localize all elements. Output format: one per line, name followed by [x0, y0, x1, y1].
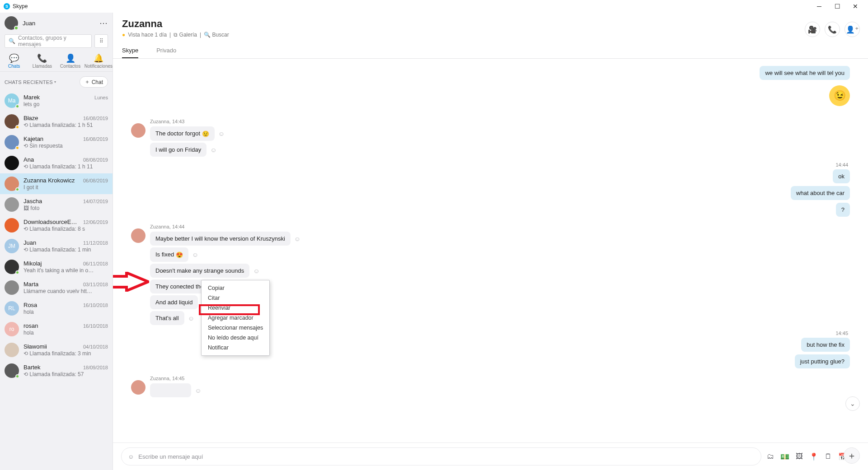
message-in[interactable]: Doesn't make any strange sounds [150, 264, 249, 278]
avatar [5, 114, 19, 129]
chevron-down-icon: ▾ [54, 80, 56, 84]
chat-item[interactable]: Sławomii04/10/2018⟲ Llamada finalizada: … [0, 340, 113, 360]
location-icon[interactable]: 📍 [809, 452, 818, 461]
message-in[interactable]: Is fixed 😍 [150, 247, 188, 262]
phone-icon: 📞 [828, 25, 837, 34]
contact-card-icon[interactable]: 🗂 [767, 452, 774, 461]
message-input[interactable]: ☺ Escribe un mensaje aquí [121, 447, 761, 465]
avatar [5, 177, 19, 191]
react-icon[interactable]: ☺ [253, 267, 259, 275]
message-out[interactable]: what about the car [791, 186, 850, 200]
chat-item-preview: Yeah it's taking a while in o… [23, 267, 108, 274]
chat-item-name: rosan [23, 322, 38, 329]
message-in[interactable]: I will go on Friday [150, 143, 206, 157]
message-in[interactable]: Maybe better I will know the version of … [150, 232, 291, 246]
sender-avatar[interactable] [131, 380, 145, 395]
message-out[interactable]: we will see what he will tel you [760, 66, 850, 80]
tab-notifications[interactable]: 🔔Notificaciones [84, 51, 113, 71]
message-out[interactable]: ? [836, 203, 850, 217]
tab-contacts[interactable]: 👤Contactos [56, 51, 84, 71]
react-icon[interactable]: ☺ [210, 146, 216, 154]
context-menu-item[interactable]: Seleccionar mensajes [202, 323, 269, 333]
sender-avatar[interactable] [131, 228, 145, 243]
avatar: JM [5, 239, 19, 253]
video-icon: 🎥 [808, 25, 817, 34]
chat-item[interactable]: RLRosa16/10/2018hola [0, 298, 113, 319]
context-menu-item[interactable]: Reenviar [202, 303, 269, 313]
messages-area[interactable]: we will see what he will tel you 😉 Zuzan… [113, 59, 868, 442]
chat-item[interactable]: DownloadsourceES España12/06/2019⟲ Llama… [0, 215, 113, 236]
chat-item[interactable]: Kajetan16/08/2019⟲ Sin respuesta [0, 132, 113, 153]
search-input[interactable]: 🔍 Contactos, grupos y mensajes [5, 34, 92, 48]
sender-avatar[interactable] [131, 123, 145, 138]
context-menu-item[interactable]: Notificar [202, 343, 269, 353]
money-icon[interactable]: 💵 [780, 452, 789, 461]
chat-item-preview: ⟲ Sin respuesta [23, 143, 108, 149]
context-menu-item[interactable]: Copiar [202, 283, 269, 293]
chat-list[interactable]: MaMarekLuneslets goBłaze16/08/2019⟲ Llam… [0, 90, 113, 470]
chat-item[interactable]: rorosan16/10/2018hola [0, 319, 113, 340]
tab-skype[interactable]: Skype [122, 43, 138, 58]
video-call-button[interactable]: 🎥 [805, 22, 820, 37]
react-icon[interactable]: ☺ [188, 315, 194, 322]
sidebar: Juan ⋯ 🔍 Contactos, grupos y mensajes ⠿ … [0, 13, 113, 470]
message-out[interactable]: just putting glue? [795, 354, 850, 368]
add-people-button[interactable]: 👤⁺ [845, 22, 860, 37]
heart-eyes-emoji: 😍 [176, 251, 183, 258]
file-icon[interactable]: 🗒 [825, 452, 832, 461]
avatar [5, 218, 19, 233]
dialpad-button[interactable]: ⠿ [94, 34, 108, 48]
chat-item[interactable]: Bartek18/09/2018⟲ Llamada finalizada: 57 [0, 360, 113, 381]
add-button[interactable]: ＋ [844, 447, 860, 464]
search-in-conversation-link[interactable]: 🔍 Buscar [204, 32, 229, 38]
tab-private[interactable]: Privado [156, 43, 176, 58]
chat-item-preview: ⟲ Llamada finalizada: 57 [23, 371, 108, 377]
message-out[interactable]: ok [833, 169, 850, 183]
chat-item-preview: ⟲ Llamada finalizada: 1 h 51 [23, 122, 108, 128]
audio-call-button[interactable]: 📞 [825, 22, 840, 37]
message-in[interactable]: And add liquid [150, 295, 198, 309]
react-icon[interactable]: ☺ [218, 130, 225, 137]
message-out[interactable]: but how the fix [801, 338, 850, 352]
current-user-avatar[interactable] [5, 16, 18, 30]
chat-item-preview: hola [23, 309, 108, 315]
composer-placeholder: Escribe un mensaje aquí [138, 453, 203, 460]
context-menu-item[interactable]: No leído desde aquí [202, 333, 269, 343]
tab-calls[interactable]: 📞Llamadas [28, 51, 56, 71]
composer: ☺ Escribe un mensaje aquí 🗂 💵 🖼 📍 🗒 📅 ◔ … [113, 442, 868, 470]
react-icon[interactable]: ☺ [192, 251, 198, 258]
maximize-button[interactable]: ☐ [828, 0, 846, 13]
chat-item[interactable]: Jascha14/07/2019🖼 foto [0, 194, 113, 215]
react-icon[interactable]: ☺ [294, 235, 300, 242]
tab-chats[interactable]: 💬Chats [0, 51, 28, 71]
chat-item[interactable]: JMJuan11/12/2018⟲ Llamada finalizada: 1 … [0, 236, 113, 256]
chat-item-name: Ana [23, 156, 34, 163]
react-icon[interactable]: ☺ [195, 387, 201, 394]
scroll-to-bottom-button[interactable]: ⌄ [845, 396, 860, 411]
chat-item[interactable]: Marta03/11/2018Llámame cuando vuelv htt… [0, 277, 113, 298]
avatar [5, 280, 19, 295]
message-in[interactable]: The doctor forgot 😟 [150, 126, 215, 141]
close-button[interactable]: ✕ [846, 0, 864, 13]
wink-emoji[interactable]: 😉 [829, 85, 850, 106]
titlebar: S Skype ─ ☐ ✕ [0, 0, 868, 13]
chat-item[interactable]: Ana08/08/2019⟲ Llamada finalizada: 1 h 1… [0, 153, 113, 173]
message-in[interactable]: placeholder [150, 383, 191, 397]
recents-label[interactable]: CHATS RECIENTES [5, 79, 53, 85]
gallery-link[interactable]: ⧉ Galería [174, 32, 197, 38]
new-chat-button[interactable]: ＋Chat [80, 76, 108, 88]
chat-item[interactable]: Błaze16/08/2019⟲ Llamada finalizada: 1 h… [0, 111, 113, 132]
context-menu-item[interactable]: Citar [202, 293, 269, 303]
current-user-name[interactable]: Juan [23, 20, 35, 27]
minimize-button[interactable]: ─ [810, 0, 828, 13]
chat-item[interactable]: MaMarekLuneslets go [0, 90, 113, 111]
chat-item[interactable]: Zuzanna Krokowicz06/08/2019I got it [0, 173, 113, 194]
media-icon[interactable]: 🖼 [796, 452, 803, 461]
more-button[interactable]: ⋯ [99, 18, 108, 28]
chat-item[interactable]: Mikolaj06/11/2018Yeah it's taking a whil… [0, 256, 113, 277]
emoji-picker-icon[interactable]: ☺ [128, 453, 134, 460]
chat-item-name: Kajetan [23, 135, 43, 142]
sender-label: Zuzanna, 14:43 [150, 119, 225, 124]
context-menu-item[interactable]: Agregar marcador [202, 313, 269, 323]
message-in[interactable]: That's all [150, 311, 184, 325]
